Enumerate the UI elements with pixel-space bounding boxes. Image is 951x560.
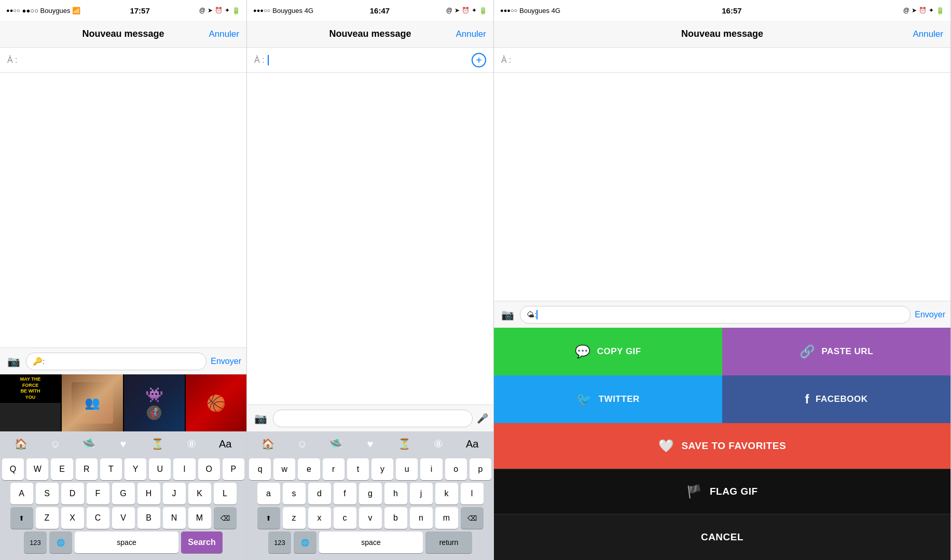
key-j[interactable]: j <box>410 483 433 505</box>
kb-ball-icon-2[interactable]: ⑧ <box>428 433 449 454</box>
delete-key-2[interactable]: ⌫ <box>461 507 484 529</box>
kb-heart-icon-2[interactable]: ♥ <box>360 433 380 454</box>
kb-aa-icon-2[interactable]: Aa <box>462 433 483 454</box>
key-l[interactable]: l <box>461 483 484 505</box>
kb-timer-icon-2[interactable]: ⏳ <box>394 433 415 454</box>
to-add-button-2[interactable]: + <box>472 53 486 67</box>
key-W[interactable]: W <box>26 458 48 480</box>
send-button-3[interactable]: Envoyer <box>915 310 945 319</box>
kb-ball-icon-1[interactable]: ⑧ <box>181 433 202 454</box>
key-L[interactable]: L <box>214 483 237 505</box>
kb-heart-icon-1[interactable]: ♥ <box>113 433 133 454</box>
key-p[interactable]: p <box>470 458 491 480</box>
kb-home-icon-1[interactable]: 🏠 <box>11 433 32 454</box>
numbers-key-1[interactable]: 123 <box>24 531 47 553</box>
gif-cell-photo1[interactable]: 👥 <box>62 374 122 431</box>
key-b[interactable]: b <box>384 507 407 529</box>
mic-icon-2[interactable]: 🎤 <box>477 413 488 424</box>
key-I[interactable]: I <box>173 458 195 480</box>
key-c[interactable]: c <box>334 507 356 529</box>
kb-timer-icon-1[interactable]: ⏳ <box>147 433 168 454</box>
nav-cancel-1[interactable]: Annuler <box>209 29 239 39</box>
delete-key-1[interactable]: ⌫ <box>214 507 237 529</box>
key-M[interactable]: M <box>188 507 211 529</box>
nav-cancel-3[interactable]: Annuler <box>913 29 943 39</box>
key-P[interactable]: P <box>223 458 244 480</box>
key-A[interactable]: A <box>10 483 33 505</box>
gif-cell-green[interactable]: 👾 🦸 <box>124 374 185 431</box>
key-f[interactable]: f <box>334 483 356 505</box>
space-key-1[interactable]: space <box>75 531 178 553</box>
send-button-1[interactable]: Envoyer <box>211 357 241 366</box>
kb-face-icon-2[interactable]: ☺ <box>292 433 312 454</box>
key-G[interactable]: G <box>112 483 135 505</box>
space-key-2[interactable]: space <box>319 531 423 553</box>
key-S[interactable]: S <box>36 483 59 505</box>
key-g[interactable]: g <box>359 483 382 505</box>
key-z[interactable]: z <box>283 507 306 529</box>
nav-cancel-2[interactable]: Annuler <box>456 29 486 39</box>
camera-icon-3[interactable]: 📷 <box>499 306 516 323</box>
key-V[interactable]: V <box>112 507 135 529</box>
kb-home-icon-2[interactable]: 🏠 <box>258 433 279 454</box>
kb-alien-icon-1[interactable]: 🛸 <box>79 433 100 454</box>
key-m[interactable]: m <box>435 507 458 529</box>
key-K[interactable]: K <box>188 483 211 505</box>
key-r[interactable]: r <box>323 458 344 480</box>
key-h[interactable]: h <box>384 483 407 505</box>
message-input-2[interactable] <box>273 410 473 427</box>
key-w[interactable]: w <box>273 458 295 480</box>
key-N[interactable]: N <box>163 507 186 529</box>
key-u[interactable]: u <box>396 458 418 480</box>
copy-gif-button[interactable]: 💬 COPY GIF <box>494 328 722 375</box>
key-C[interactable]: C <box>87 507 109 529</box>
key-i[interactable]: i <box>420 458 442 480</box>
key-J[interactable]: J <box>163 483 186 505</box>
shift-key-2[interactable]: ⬆ <box>257 507 280 529</box>
key-Y[interactable]: Y <box>125 458 146 480</box>
search-key-1[interactable]: Search <box>181 531 223 553</box>
key-n[interactable]: n <box>410 507 433 529</box>
key-F[interactable]: F <box>87 483 109 505</box>
key-O[interactable]: O <box>198 458 220 480</box>
kb-alien-icon-2[interactable]: 🛸 <box>326 433 347 454</box>
kb-aa-icon-1[interactable]: Aa <box>215 433 236 454</box>
gif-cell-sports[interactable]: 🏀 <box>186 374 246 431</box>
key-v[interactable]: v <box>359 507 382 529</box>
key-q[interactable]: q <box>249 458 271 480</box>
camera-icon-2[interactable]: 📷 <box>252 410 269 427</box>
camera-icon-1[interactable]: 📷 <box>5 353 22 370</box>
key-U[interactable]: U <box>149 458 171 480</box>
key-X[interactable]: X <box>61 507 84 529</box>
key-e[interactable]: e <box>298 458 320 480</box>
key-Q[interactable]: Q <box>2 458 24 480</box>
key-s[interactable]: s <box>283 483 306 505</box>
key-H[interactable]: H <box>137 483 160 505</box>
paste-url-button[interactable]: 🔗 PASTE URL <box>722 328 950 375</box>
numbers-key-2[interactable]: 123 <box>268 531 291 553</box>
key-a[interactable]: a <box>257 483 280 505</box>
kb-face-icon-1[interactable]: ☺ <box>45 433 65 454</box>
key-o[interactable]: o <box>445 458 467 480</box>
twitter-button[interactable]: 🐦 TWITTER <box>494 375 722 423</box>
key-x[interactable]: x <box>308 507 331 529</box>
key-y[interactable]: y <box>371 458 393 480</box>
shift-key-1[interactable]: ⬆ <box>10 507 33 529</box>
key-D[interactable]: D <box>61 483 84 505</box>
flag-gif-button[interactable]: 🏴 FLAG GIF <box>494 469 950 514</box>
key-B[interactable]: B <box>137 507 160 529</box>
key-Z[interactable]: Z <box>36 507 59 529</box>
gif-cell-starwars[interactable]: MAY THE FORCE BE WITH YOU <box>0 374 61 431</box>
save-favorites-button[interactable]: 🤍 SAVE TO FAVORITES <box>494 423 950 469</box>
message-input-3[interactable]: 🌤 : <box>520 306 911 324</box>
key-t[interactable]: t <box>347 458 369 480</box>
key-k[interactable]: k <box>435 483 458 505</box>
globe-key-1[interactable]: 🌐 <box>49 531 72 553</box>
key-d[interactable]: d <box>308 483 331 505</box>
globe-key-2[interactable]: 🌐 <box>294 531 316 553</box>
key-E[interactable]: E <box>51 458 73 480</box>
facebook-button[interactable]: f FACEBOOK <box>722 375 950 423</box>
key-R[interactable]: R <box>76 458 98 480</box>
key-T[interactable]: T <box>100 458 122 480</box>
cancel-button[interactable]: CANCEL <box>494 514 950 560</box>
